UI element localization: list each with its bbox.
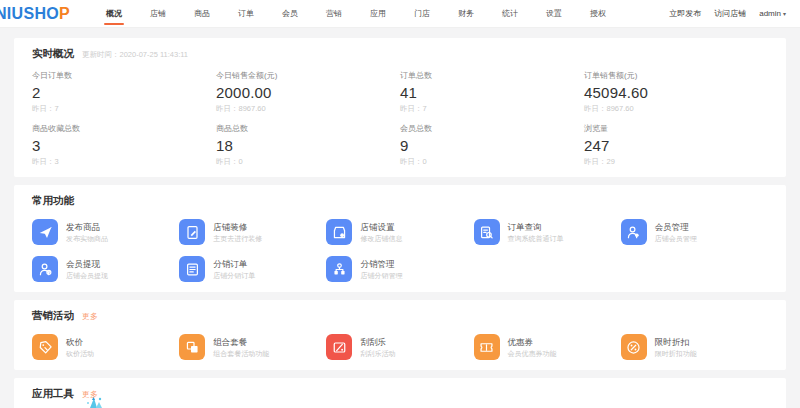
- feature-subtitle: 刮刮乐活动: [360, 349, 395, 358]
- feature-subtitle: 砍价活动: [66, 349, 94, 358]
- section-head: 营销活动更多: [32, 309, 768, 323]
- percent-icon: [621, 334, 647, 360]
- stat-yesterday: 昨日：7: [32, 104, 216, 114]
- logo-text-blue: NIUSHO: [0, 5, 59, 22]
- feature-subtitle: 修改店铺信息: [360, 234, 402, 243]
- section-cards: 常用功能发布商品发布实物商品店铺装修主页去进行装修店铺设置修改店铺信息订单查询查…: [0, 185, 800, 408]
- feature-item[interactable]: 订单查询查询系统普通订单: [474, 219, 621, 245]
- nav-tab-8[interactable]: 门店: [400, 0, 444, 28]
- member-manage-icon: [621, 219, 647, 245]
- feature-item[interactable]: 分销订单店铺分销订单: [179, 256, 326, 282]
- section-card: 常用功能发布商品发布实物商品店铺装修主页去进行装修店铺设置修改店铺信息订单查询查…: [14, 185, 786, 292]
- feature-item[interactable]: 发布商品发布实物商品: [32, 219, 179, 245]
- stat-yesterday: 昨日：7: [400, 104, 584, 114]
- feature-text: 刮刮乐刮刮乐活动: [360, 337, 395, 358]
- stat-value: 2: [32, 84, 216, 101]
- stat-label: 商品收藏总数: [32, 123, 216, 134]
- feature-subtitle: 限时折扣功能: [655, 349, 697, 358]
- nav-tab-1[interactable]: 概况: [92, 0, 136, 28]
- stat-label: 商品总数: [216, 123, 400, 134]
- decorate-page-icon: [179, 219, 205, 245]
- nav-tab-12[interactable]: 授权: [576, 0, 620, 28]
- stat-value: 247: [584, 137, 768, 154]
- stat-cell: 订单总数41昨日：7: [400, 70, 584, 114]
- nav-tab-10[interactable]: 统计: [488, 0, 532, 28]
- feature-item[interactable]: 组合套餐组合套餐活动功能: [179, 334, 326, 360]
- scratch-card-icon: [326, 334, 352, 360]
- nav-tab-5[interactable]: 会员: [268, 0, 312, 28]
- main-nav: 概况店铺商品订单会员营销应用门店财务统计设置授权: [92, 0, 620, 28]
- order-search-icon: [474, 219, 500, 245]
- stat-yesterday: 昨日：0: [216, 157, 400, 167]
- nav-tab-3[interactable]: 商品: [180, 0, 224, 28]
- stat-cell: 订单销售额(元)45094.60昨日：8967.60: [584, 70, 768, 114]
- section-card: 营销活动更多砍价砍价活动组合套餐组合套餐活动功能刮刮乐刮刮乐活动优惠券会员优惠券…: [14, 300, 786, 370]
- top-nav-bar: NIUSHOP 概况店铺商品订单会员营销应用门店财务统计设置授权 立即发布 访问…: [0, 0, 800, 28]
- feature-subtitle: 发布实物商品: [66, 234, 108, 243]
- stat-yesterday: 昨日：8967.60: [584, 104, 768, 114]
- stat-cell: 浏览量247昨日：29: [584, 123, 768, 167]
- feature-title: 分销订单: [213, 259, 255, 269]
- publish-now-link[interactable]: 立即发布: [669, 8, 701, 19]
- feature-item[interactable]: 限时折扣限时折扣功能: [621, 334, 768, 360]
- stat-cell: 会员总数9昨日：0: [400, 123, 584, 167]
- visit-store-link[interactable]: 访问店铺: [714, 8, 746, 19]
- overview-update-time: 更新时间：2020-07-25 11:43:11: [82, 50, 188, 60]
- nav-tab-9[interactable]: 财务: [444, 0, 488, 28]
- overview-card-head: 实时概况 更新时间：2020-07-25 11:43:11: [32, 47, 768, 61]
- feature-text: 店铺装修主页去进行装修: [213, 222, 262, 243]
- feature-item[interactable]: 砍价砍价活动: [32, 334, 179, 360]
- feature-item[interactable]: 刮刮乐刮刮乐活动: [326, 334, 473, 360]
- feature-text: 砍价砍价活动: [66, 337, 94, 358]
- items-grid: 发布商品发布实物商品店铺装修主页去进行装修店铺设置修改店铺信息订单查询查询系统普…: [32, 219, 768, 282]
- stat-cell: 今日销售金额(元)2000.00昨日：8967.60: [216, 70, 400, 114]
- feature-title: 订单查询: [508, 222, 564, 232]
- chevron-down-icon: ▾: [783, 10, 786, 17]
- feature-subtitle: 查询系统普通订单: [508, 234, 564, 243]
- stat-label: 浏览量: [584, 123, 768, 134]
- floating-decoration-icon: [84, 394, 110, 408]
- stat-label: 订单总数: [400, 70, 584, 81]
- feature-subtitle: 组合套餐活动功能: [213, 349, 269, 358]
- feature-title: 组合套餐: [213, 337, 269, 347]
- user-menu[interactable]: admin ▾: [759, 9, 786, 18]
- nav-tab-7[interactable]: 应用: [356, 0, 400, 28]
- feature-item[interactable]: 店铺装修主页去进行装修: [179, 219, 326, 245]
- feature-item[interactable]: 会员管理店铺会员管理: [621, 219, 768, 245]
- feature-subtitle: 会员优惠券功能: [508, 349, 557, 358]
- feature-item[interactable]: 会员提现店铺会员提现: [32, 256, 179, 282]
- section-card: 应用工具更多电子面单物流电子面单打印分销分销活动微信圈子朋友间的好物分享小程序直…: [14, 378, 786, 408]
- feature-item[interactable]: 分销管理店铺分销管理: [326, 256, 473, 282]
- stat-value: 3: [32, 137, 216, 154]
- nav-tab-11[interactable]: 设置: [532, 0, 576, 28]
- member-withdraw-icon: [32, 256, 58, 282]
- feature-title: 店铺设置: [360, 222, 402, 232]
- stat-value: 9: [400, 137, 584, 154]
- section-title: 应用工具: [32, 387, 74, 401]
- feature-title: 店铺装修: [213, 222, 262, 232]
- feature-subtitle: 店铺分销订单: [213, 271, 255, 280]
- stat-yesterday: 昨日：0: [400, 157, 584, 167]
- username: admin: [759, 9, 781, 18]
- stats-grid: 今日订单数2昨日：7今日销售金额(元)2000.00昨日：8967.60订单总数…: [32, 70, 768, 167]
- paper-plane-icon: [32, 219, 58, 245]
- feature-subtitle: 店铺分销管理: [360, 271, 402, 280]
- feature-text: 限时折扣限时折扣功能: [655, 337, 697, 358]
- feature-title: 刮刮乐: [360, 337, 395, 347]
- stat-label: 订单销售额(元): [584, 70, 768, 81]
- app-logo[interactable]: NIUSHOP: [0, 5, 70, 23]
- feature-text: 店铺设置修改店铺信息: [360, 222, 402, 243]
- feature-text: 优惠券会员优惠券功能: [508, 337, 557, 358]
- stat-value: 2000.00: [216, 84, 400, 101]
- nav-tab-6[interactable]: 营销: [312, 0, 356, 28]
- nav-tab-2[interactable]: 店铺: [136, 0, 180, 28]
- feature-subtitle: 店铺会员管理: [655, 234, 697, 243]
- feature-text: 发布商品发布实物商品: [66, 222, 108, 243]
- feature-item[interactable]: 优惠券会员优惠券功能: [474, 334, 621, 360]
- feature-text: 分销管理店铺分销管理: [360, 259, 402, 280]
- feature-item[interactable]: 店铺设置修改店铺信息: [326, 219, 473, 245]
- stat-value: 41: [400, 84, 584, 101]
- nav-tab-4[interactable]: 订单: [224, 0, 268, 28]
- stat-cell: 商品收藏总数3昨日：3: [32, 123, 216, 167]
- more-link[interactable]: 更多: [82, 311, 98, 322]
